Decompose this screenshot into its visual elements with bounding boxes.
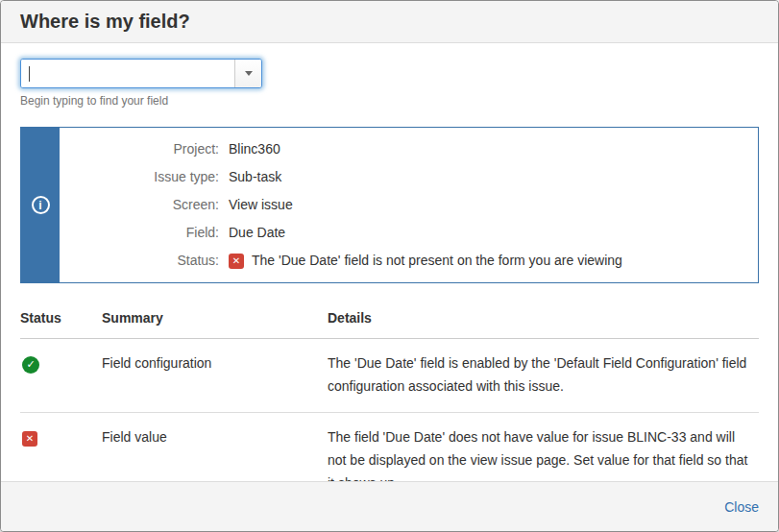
info-value: Sub-task <box>229 163 281 191</box>
column-header-details: Details <box>328 299 759 338</box>
info-label: Screen: <box>75 191 219 219</box>
dialog-header: Where is my field? <box>1 1 778 43</box>
success-check-icon: ✓ <box>22 356 39 374</box>
status-cell: ✕ <box>20 413 102 481</box>
details-cell: The 'Due Date' field is enabled by the '… <box>328 339 759 412</box>
field-info-panel: i Project: Blinc360 Issue type: Sub-task… <box>20 127 759 283</box>
table-header-row: Status Summary Details <box>20 299 759 339</box>
info-value: Due Date <box>229 219 285 247</box>
status-cell: ✓ <box>20 339 102 412</box>
column-header-status: Status <box>20 299 102 338</box>
dialog-content: Begin typing to find your field i Projec… <box>1 43 778 481</box>
details-cell: The field 'Due Date' does not have value… <box>328 413 759 481</box>
info-row-field: Field: Due Date <box>75 219 742 247</box>
field-picker-helper-text: Begin typing to find your field <box>20 94 759 108</box>
close-link[interactable]: Close <box>724 499 759 515</box>
info-value: Blinc360 <box>229 135 280 163</box>
info-panel-content: Project: Blinc360 Issue type: Sub-task S… <box>60 128 758 282</box>
column-header-summary: Summary <box>102 299 328 338</box>
info-label: Status: <box>75 247 219 275</box>
info-panel-stripe: i <box>21 128 60 282</box>
info-label: Field: <box>75 219 219 247</box>
info-label: Project: <box>75 135 219 163</box>
info-row-screen: Screen: View issue <box>75 191 742 219</box>
field-status-table: Status Summary Details ✓ Field configura… <box>20 299 759 481</box>
status-message: The 'Due Date' field is not present on t… <box>252 247 622 275</box>
field-search-input[interactable] <box>21 60 234 87</box>
table-row-field-value: ✕ Field value The field 'Due Date' does … <box>20 413 759 481</box>
info-row-status: Status: ✕ The 'Due Date' field is not pr… <box>75 247 742 275</box>
error-icon: ✕ <box>229 254 244 269</box>
field-picker-dropdown-button[interactable] <box>234 60 261 87</box>
dialog-footer: Close <box>1 481 778 531</box>
summary-cell: Field value <box>102 413 328 481</box>
info-row-issue-type: Issue type: Sub-task <box>75 163 742 191</box>
field-picker-combo <box>20 59 262 88</box>
info-value: View issue <box>229 191 293 219</box>
dialog-title: Where is my field? <box>20 11 190 33</box>
table-row-field-configuration: ✓ Field configuration The 'Due Date' fie… <box>20 339 759 413</box>
info-row-project: Project: Blinc360 <box>75 135 742 163</box>
summary-cell: Field configuration <box>102 339 328 412</box>
error-icon: ✕ <box>22 431 37 447</box>
info-icon: i <box>32 196 50 214</box>
info-status-value: ✕ The 'Due Date' field is not present on… <box>229 247 622 275</box>
info-label: Issue type: <box>75 163 219 191</box>
where-is-my-field-dialog: Where is my field? Begin typing to find … <box>0 0 779 532</box>
chevron-down-icon <box>245 71 253 76</box>
